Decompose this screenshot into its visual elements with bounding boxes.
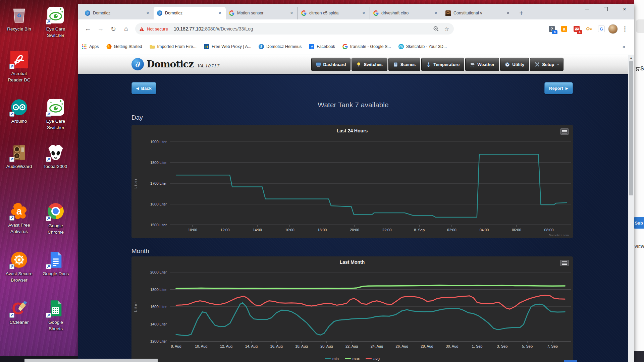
- extension-badge: 0: [552, 30, 557, 34]
- desktop-icon-acrobat-reader-dc[interactable]: AcrobatReader DC: [1, 51, 38, 83]
- google-favicon: [229, 10, 234, 16]
- folder-icon: [150, 44, 155, 49]
- nav-temperature-button[interactable]: Temperature: [421, 58, 464, 71]
- svg-text:10. Aug: 10. Aug: [195, 344, 207, 348]
- tab-close-icon[interactable]: ✕: [433, 11, 438, 16]
- desktop-icon-eye-care-switcher[interactable]: Eye CareSwitcher: [37, 99, 74, 131]
- desktop-icon-recycle-bin[interactable]: ♻Recycle Bin: [1, 6, 38, 32]
- maximize-button[interactable]: [596, 4, 615, 14]
- amazon-a-extension-icon[interactable]: a: [560, 25, 568, 33]
- subscribe-button[interactable]: Sub: [634, 217, 644, 229]
- desktop-icon-google-chrome[interactable]: GoogleChrome: [37, 202, 74, 235]
- warning-triangle-icon: [139, 26, 144, 32]
- bookmarks-overflow-icon[interactable]: »: [623, 44, 625, 49]
- key-extension-icon[interactable]: [585, 25, 593, 33]
- bookmark-facebook[interactable]: fFacebook: [309, 44, 335, 49]
- chrome-icon: [47, 203, 64, 221]
- address-bar[interactable]: Not secure 10.182.77.102:8080/#/Devices/…: [135, 23, 454, 35]
- back-nav-icon[interactable]: ←: [83, 24, 93, 34]
- help-extension-icon[interactable]: ?0: [548, 25, 556, 33]
- svg-text:1700 Liter: 1700 Liter: [150, 181, 167, 185]
- svg-text:20:00: 20:00: [350, 228, 359, 232]
- svg-text:08:00: 08:00: [544, 228, 554, 232]
- bookmark-translate-google-s[interactable]: translate - Google S...: [342, 44, 391, 49]
- nav-dashboard-button[interactable]: Dashboard: [311, 58, 351, 71]
- desktop-icon-google-sheets[interactable]: GoogleSheets: [37, 300, 74, 332]
- main-nav: DashboardSwitchesScenesTemperatureWeathe…: [311, 58, 564, 71]
- google-favicon: [373, 10, 379, 16]
- zoom-out-icon[interactable]: [433, 26, 439, 32]
- desktop-icon-avast-free-antivirus[interactable]: aAvast FreeAntivirus: [1, 202, 38, 235]
- nav-scenes-button[interactable]: Scenes: [388, 58, 421, 71]
- bookmark-domoticz-hemeius[interactable]: ∂Domoticz Hemeius: [259, 44, 302, 49]
- bookmark-free-web-proxy-a[interactable]: HFree Web Proxy | A...: [204, 44, 251, 49]
- chevron-down-icon: ▾: [557, 63, 559, 66]
- svg-text:Liter: Liter: [133, 301, 138, 312]
- scrollbar-up-icon[interactable]: ▲: [628, 55, 634, 61]
- bookmark-getting-started[interactable]: Getting Started: [106, 44, 142, 49]
- nav-switches-button[interactable]: Switches: [352, 58, 387, 71]
- desktop-icon-label: Eye CareSwitcher: [37, 26, 74, 39]
- translate-extension-icon[interactable]: G: [597, 25, 605, 33]
- home-icon[interactable]: ⌂: [121, 24, 131, 34]
- nav-weather-button[interactable]: Weather: [465, 58, 499, 71]
- scrollbar-thumb[interactable]: [629, 61, 633, 195]
- browser-tab-motion-sensor[interactable]: Motion sensor✕: [226, 7, 298, 19]
- chart-menu-icon[interactable]: [560, 260, 569, 266]
- browser-tab-constitutional-v[interactable]: Constitutional v✕: [442, 7, 514, 19]
- desktop-icon-label: Arduino: [1, 118, 38, 124]
- nav-utility-button[interactable]: Utility: [500, 58, 529, 71]
- svg-text:1400 Liter: 1400 Liter: [150, 322, 167, 326]
- svg-text:5. Sep: 5. Sep: [522, 344, 533, 348]
- tab-close-icon[interactable]: ✕: [145, 11, 150, 16]
- browser-tab-domoticz[interactable]: ∂Domoticz✕: [82, 7, 154, 19]
- eyecare-icon: [47, 99, 64, 116]
- close-button[interactable]: ✕: [615, 4, 634, 14]
- desktop-icon-arduino[interactable]: Arduino: [1, 99, 38, 124]
- day-chart-panel[interactable]: 1500 Liter1600 Liter1700 Liter1800 Liter…: [131, 125, 573, 238]
- mail-extension-icon[interactable]: 4: [573, 25, 581, 33]
- tab-close-icon[interactable]: ✕: [289, 11, 294, 16]
- desktop-icon-google-docs[interactable]: Google Docs: [37, 251, 74, 277]
- browser-menu-icon[interactable]: ⋮: [621, 25, 629, 33]
- desktop-icon-eye-care-switcher[interactable]: Eye CareSwitcher: [37, 6, 74, 39]
- browser-tab-domoticz[interactable]: ∂Domoticz✕: [154, 7, 226, 19]
- browser-tab-driveshaft-citro[interactable]: driveshaft citro✕: [370, 7, 442, 19]
- bookmark-sketchfab-your-3d[interactable]: Sketchfab - Your 3D...: [398, 44, 447, 49]
- tab-close-icon[interactable]: ✕: [217, 11, 222, 16]
- facebook-icon: f: [309, 44, 314, 49]
- tab-strip: ∂Domoticz✕∂Domoticz✕Motion sensor✕citroe…: [78, 4, 634, 19]
- desktop-icon-foobar2000[interactable]: foobar2000: [37, 144, 74, 170]
- domoticz-page: ∂ Domoticz V4.10717 DashboardSwitchesSce…: [78, 55, 634, 362]
- browser-tab-citroen-c5-spida[interactable]: citroen c5 spida✕: [298, 7, 370, 19]
- month-chart-panel[interactable]: 1200 Liter1400 Liter1600 Liter1800 Liter…: [131, 256, 573, 362]
- legend-item-avg[interactable]: avg: [366, 357, 380, 361]
- report-button[interactable]: Report ▶: [544, 82, 573, 94]
- minimize-button[interactable]: [578, 4, 596, 14]
- month-chart: 1200 Liter1400 Liter1600 Liter1800 Liter…: [131, 256, 573, 362]
- profile-avatar[interactable]: [608, 24, 618, 34]
- desktop-icon-ccleaner[interactable]: CCCleaner: [1, 300, 38, 325]
- security-label[interactable]: Not secure: [147, 26, 168, 32]
- bookmark-star-icon[interactable]: ☆: [444, 26, 450, 32]
- chart-menu-icon[interactable]: [560, 128, 569, 135]
- nav-setup-button[interactable]: Setup▾: [530, 58, 564, 71]
- page-scrollbar[interactable]: ▲: [628, 55, 634, 362]
- google-favicon: [301, 10, 307, 16]
- desktop-icon-avast-secure-browser[interactable]: Avast SecureBrowser: [1, 251, 38, 283]
- desktop-icon-audiowizard[interactable]: AudioWizard: [1, 144, 38, 170]
- bookmark-apps[interactable]: Apps: [82, 44, 99, 49]
- shortcut-arrow-icon: [46, 157, 51, 162]
- reload-icon[interactable]: ↻: [108, 24, 118, 34]
- legend-item-max[interactable]: max: [345, 357, 360, 361]
- legend-item-min[interactable]: min: [325, 357, 339, 361]
- domoticz-logo[interactable]: ∂ Domoticz V4.10717: [131, 58, 219, 70]
- bookmark-imported-from-fire[interactable]: Imported From Fire...: [150, 44, 197, 49]
- gdocs-icon: [47, 251, 64, 268]
- tab-close-icon[interactable]: ✕: [505, 11, 511, 16]
- new-tab-button[interactable]: +: [516, 8, 526, 18]
- back-button[interactable]: ◀ Back: [131, 82, 156, 94]
- nav-label: Dashboard: [323, 62, 346, 67]
- forward-nav-icon[interactable]: →: [96, 24, 106, 34]
- tab-close-icon[interactable]: ✕: [361, 11, 366, 16]
